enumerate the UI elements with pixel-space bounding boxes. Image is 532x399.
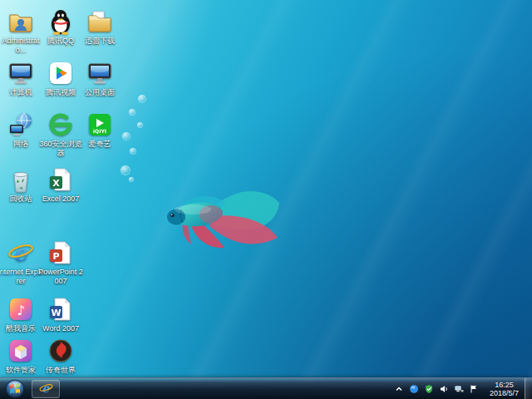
svg-text:X: X	[52, 178, 60, 189]
icon-label: 公用桌面	[76, 88, 123, 97]
green-shield-icon[interactable]	[424, 383, 435, 394]
kuwo-music-icon: ♪	[7, 296, 34, 323]
desktop-icon-word-2007[interactable]: WWord 2007	[37, 296, 84, 333]
tray-clock[interactable]: 16:25 2018/5/7	[484, 381, 525, 397]
bubble	[129, 177, 134, 182]
volume-icon[interactable]	[439, 383, 450, 394]
bubble	[138, 95, 146, 103]
legend-world-icon	[47, 337, 74, 364]
download-folder-icon	[86, 8, 113, 35]
windows-desktop-screen: Administrato...腾讯QQ迅雷下载计算机腾讯视频公用桌面网络360安…	[0, 0, 532, 399]
desktop-icon-thunder-download[interactable]: 迅雷下载	[76, 8, 123, 46]
svg-text:e: e	[42, 382, 50, 395]
desktop-icon-legend-world[interactable]: 传奇世界	[37, 337, 84, 375]
icon-label: Word 2007	[37, 324, 84, 333]
network-globe-icon	[7, 111, 34, 138]
bubble	[121, 165, 131, 175]
flag-icon[interactable]	[469, 383, 480, 394]
chevron-up-icon[interactable]	[394, 383, 405, 394]
desktop-icon-public-desktop[interactable]: 公用桌面	[76, 60, 123, 97]
windows-logo-icon	[5, 379, 25, 399]
taskbar-ie-button[interactable]: e	[32, 380, 60, 398]
user-files-icon	[7, 8, 34, 35]
excel-icon: X	[47, 166, 74, 193]
ie-icon: e	[7, 239, 34, 266]
clock-date: 2018/5/7	[490, 389, 519, 397]
tencent-video-play-icon	[47, 60, 74, 86]
start-button[interactable]	[0, 378, 30, 399]
powerpoint-icon: P	[47, 239, 74, 266]
system-tray	[390, 383, 484, 394]
desktop-icon-iqiyi[interactable]: iQIYI爱奇艺	[76, 111, 123, 149]
bubble	[130, 148, 136, 155]
word-icon: W	[47, 296, 74, 323]
icon-label: PowerPoint 2007	[37, 268, 84, 286]
icon-label: Excel 2007	[37, 195, 84, 204]
desktop-icon-powerpoint-2007[interactable]: PPowerPoint 2007	[37, 239, 84, 286]
svg-text:iQIYI: iQIYI	[93, 128, 106, 134]
icon-label: 传奇世界	[37, 366, 84, 375]
show-desktop-button[interactable]	[525, 378, 532, 399]
svg-text:♪: ♪	[17, 303, 25, 318]
svg-text:P: P	[52, 251, 59, 262]
svg-text:W: W	[51, 308, 61, 318]
software-manager-icon	[7, 337, 34, 364]
public-desktop-monitor-icon	[86, 60, 113, 86]
blue-dot-icon[interactable]	[409, 383, 420, 394]
icon-label: 迅雷下载	[76, 37, 123, 46]
recycle-bin-icon	[7, 166, 34, 193]
bubble	[129, 109, 135, 116]
desktop-icon-excel-2007[interactable]: XExcel 2007	[37, 166, 84, 204]
betta-fish-wallpaper	[160, 178, 284, 254]
clock-time: 16:25	[490, 381, 519, 389]
bubble	[122, 132, 131, 140]
bubble	[137, 122, 143, 128]
network-status-icon[interactable]	[454, 383, 465, 394]
iqiyi-icon: iQIYI	[86, 111, 113, 138]
qq-penguin-icon	[47, 8, 74, 35]
computer-monitor-icon	[7, 60, 34, 86]
icon-label: 爱奇艺	[76, 140, 123, 149]
browser-360-icon	[47, 111, 74, 138]
desktop[interactable]: Administrato...腾讯QQ迅雷下载计算机腾讯视频公用桌面网络360安…	[0, 0, 532, 399]
taskbar: e 16:25 2018/5/7	[0, 377, 532, 399]
ie-icon: e	[39, 382, 53, 396]
